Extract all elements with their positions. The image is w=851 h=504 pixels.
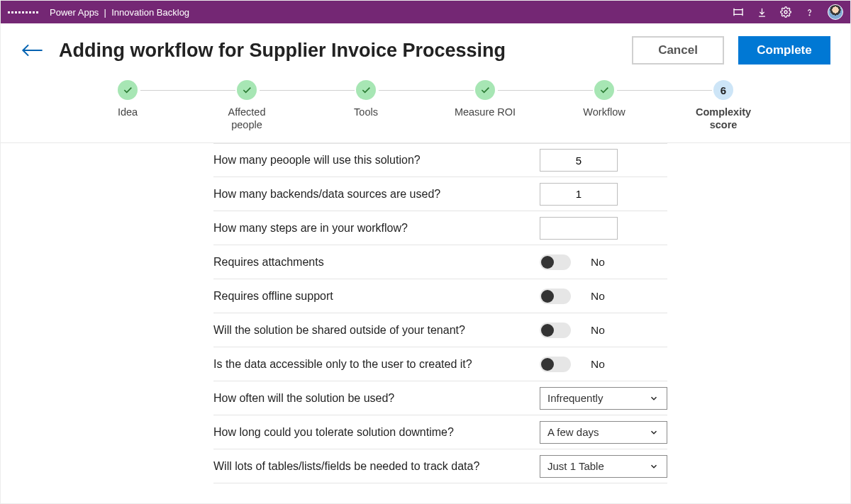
toggle-value-label: No	[591, 324, 605, 337]
field-label: Requires offline support	[213, 290, 540, 303]
backends-count-input[interactable]	[540, 183, 618, 206]
row-downtime-tolerance: How long could you tolerate solution dow…	[213, 415, 667, 449]
field-label: How many steps are in your workflow?	[213, 222, 540, 235]
step-idea[interactable]: Idea	[96, 80, 160, 131]
app-title: Power Apps | Innovation Backlog	[50, 7, 189, 18]
select-value: Just 1 Table	[547, 460, 604, 472]
field-label: Requires attachments	[213, 256, 540, 269]
back-arrow-icon[interactable]	[21, 41, 45, 60]
check-icon	[475, 80, 495, 100]
fit-screen-icon[interactable]	[733, 6, 744, 18]
check-icon	[594, 80, 614, 100]
row-offline: Requires offline support No	[213, 279, 667, 313]
app-launcher-icon[interactable]	[8, 11, 38, 13]
cancel-button[interactable]: Cancel	[632, 36, 724, 65]
chevron-down-icon	[648, 427, 660, 437]
user-avatar[interactable]	[828, 4, 843, 20]
select-value: A few days	[547, 426, 599, 438]
steps-count-input[interactable]	[540, 217, 618, 240]
settings-gear-icon[interactable]	[780, 6, 791, 18]
field-label: Will lots of tables/lists/fields be need…	[213, 460, 540, 473]
downtime-tolerance-select[interactable]: A few days	[540, 421, 667, 444]
row-people-count: How many peoople will use this solution?	[213, 143, 667, 177]
row-shared-outside: Will the solution be shared outside of y…	[213, 313, 667, 347]
step-tools[interactable]: Tools	[334, 80, 398, 131]
row-attachments: Requires attachments No	[213, 245, 667, 279]
complexity-form: How many peoople will use this solution?…	[1, 143, 850, 483]
row-data-access: Is the data accessible only to the user …	[213, 347, 667, 381]
toggle-value-label: No	[591, 358, 605, 371]
field-label: How long could you tolerate solution dow…	[213, 426, 540, 439]
svg-point-2	[809, 14, 810, 15]
step-number-badge: 6	[713, 80, 733, 100]
field-label: Will the solution be shared outside of y…	[213, 324, 540, 337]
page-title: Adding workflow for Supplier Invoice Pro…	[59, 40, 618, 62]
row-steps-count: How many steps are in your workflow?	[213, 211, 667, 245]
toggle-value-label: No	[591, 256, 605, 269]
data-access-toggle[interactable]	[540, 357, 571, 372]
toggle-value-label: No	[591, 290, 605, 303]
check-icon	[356, 80, 376, 100]
row-tables-needed: Will lots of tables/lists/fields be need…	[213, 449, 667, 483]
top-app-bar: Power Apps | Innovation Backlog	[1, 1, 850, 23]
field-label: Is the data accessible only to the user …	[213, 358, 540, 371]
tables-needed-select[interactable]: Just 1 Table	[540, 455, 667, 478]
shared-outside-toggle[interactable]	[540, 323, 571, 338]
check-icon	[118, 80, 138, 100]
usage-frequency-select[interactable]: Infrequently	[540, 387, 667, 410]
check-icon	[237, 80, 257, 100]
step-measure-roi[interactable]: Measure ROI	[453, 80, 517, 131]
step-complexity-score[interactable]: 6 Complexity score	[691, 80, 755, 131]
people-count-input[interactable]	[540, 149, 618, 172]
chevron-down-icon	[648, 393, 660, 403]
svg-point-1	[784, 11, 787, 13]
download-icon[interactable]	[757, 7, 767, 18]
row-backends-count: How many backends/data sources are used?	[213, 177, 667, 211]
page-header: Adding workflow for Supplier Invoice Pro…	[1, 23, 850, 76]
field-label: How often will the solution be used?	[213, 392, 540, 405]
attachments-toggle[interactable]	[540, 254, 571, 270]
chevron-down-icon	[648, 461, 660, 471]
field-label: How many peoople will use this solution?	[213, 154, 540, 167]
field-label: How many backends/data sources are used?	[213, 188, 540, 201]
step-workflow[interactable]: Workflow	[572, 80, 636, 131]
select-value: Infrequently	[547, 392, 603, 404]
help-icon[interactable]	[804, 7, 815, 18]
row-usage-frequency: How often will the solution be used? Inf…	[213, 381, 667, 415]
step-affected-people[interactable]: Affected people	[215, 80, 279, 131]
complete-button[interactable]: Complete	[738, 36, 830, 65]
svg-rect-0	[734, 10, 742, 15]
wizard-stepper: Idea Affected people Tools Measure ROI W…	[1, 76, 850, 143]
offline-toggle[interactable]	[540, 289, 571, 304]
